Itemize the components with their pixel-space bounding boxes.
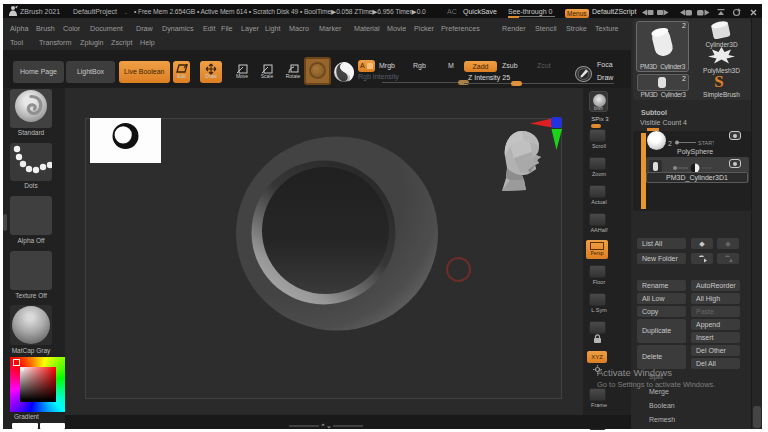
svg-text:START: START	[698, 140, 714, 146]
svg-text:S: S	[714, 73, 723, 90]
